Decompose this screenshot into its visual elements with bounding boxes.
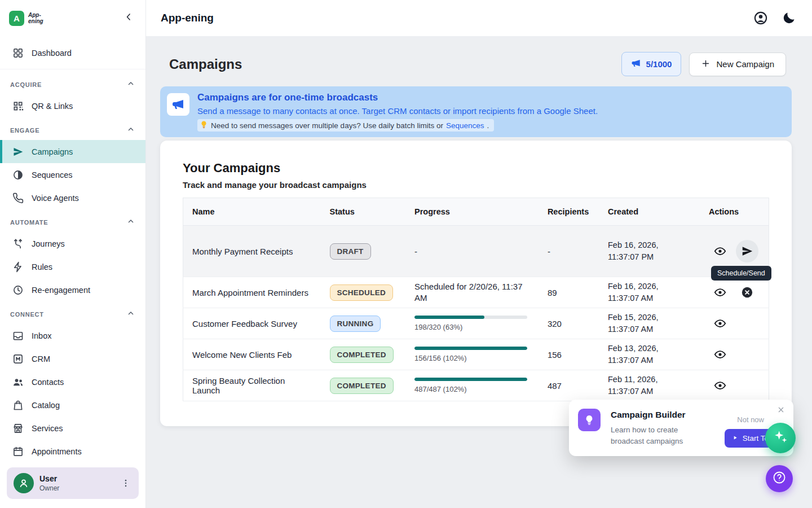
campaigns-table: Name Status Progress Recipients Created … [183,198,769,401]
sidebar-header: A App-ening [0,0,145,36]
play-icon [732,434,738,443]
column-header-actions: Actions [700,198,769,226]
created-date: Feb 15, 2026, [608,312,691,323]
user-name: User [39,474,114,483]
megaphone-icon [631,58,641,70]
chevron-up-icon [126,309,135,320]
column-header-status: Status [321,198,405,226]
created-date: Feb 11, 2026, [608,374,691,386]
sidebar-nav: Dashboard ACQUIRE QR & Links ENGAGE Camp… [0,36,145,462]
sidebar-item-appointments[interactable]: Appointments [0,440,145,462]
sidebar-item-label: Voice Agents [32,194,79,203]
column-header-created: Created [599,198,700,226]
sidebar-item-label: Contacts [32,378,64,387]
created-date: Feb 16, 2026, [608,281,691,292]
clock-icon [12,284,24,296]
recipients-cell: 487 [539,370,599,401]
sidebar-item-voice-agents[interactable]: Voice Agents [0,186,145,209]
help-fab[interactable] [766,465,793,492]
sidebar-item-rules[interactable]: Rules [0,255,145,278]
lightning-icon [12,261,24,273]
people-icon [12,376,24,388]
user-menu-button[interactable] [120,478,132,488]
close-icon[interactable] [776,405,787,415]
sidebar-item-contacts[interactable]: Contacts [0,370,145,393]
table-row[interactable]: Monthly Payment Receipts DRAFT - - Feb 1… [183,226,769,277]
avatar [14,473,34,493]
sidebar-collapse-button[interactable] [121,10,136,26]
shopping-bag-icon [12,400,24,411]
dark-mode-moon-icon[interactable] [782,11,796,25]
sidebar-item-label: Appointments [32,447,82,456]
recipients-cell: 320 [539,308,599,339]
progress-bar [414,316,527,319]
created-time: 11:37:07 AM [608,292,691,304]
view-campaign-button[interactable] [709,281,731,304]
status-badge: COMPLETED [330,378,394,394]
sidebar-section-acquire[interactable]: ACQUIRE [0,72,145,94]
campaign-name: Welcome New Clients Feb [183,339,321,370]
table-row[interactable]: Welcome New Clients Feb COMPLETED 156/15… [183,339,769,370]
new-campaign-label: New Campaign [716,59,774,69]
cancel-campaign-button[interactable] [736,281,758,304]
sidebar-item-crm[interactable]: CRM [0,347,145,370]
user-card[interactable]: User Owner [7,467,139,499]
view-campaign-button[interactable] [709,240,731,262]
progress-text: 198/320 (63%) [414,323,529,331]
sidebar-item-re-engagement[interactable]: Re-engagement [0,278,145,301]
sidebar-item-catalog[interactable]: Catalog [0,393,145,417]
sidebar-item-label: Rules [32,262,52,271]
question-mark-icon [772,470,787,487]
new-campaign-button[interactable]: New Campaign [689,52,786,76]
column-header-progress: Progress [405,198,539,226]
section-label: CONNECT [10,311,44,318]
sidebar-section-automate[interactable]: AUTOMATE [0,209,145,232]
sidebar-item-inbox[interactable]: Inbox [0,324,145,347]
campaign-quota-badge[interactable]: 5/1000 [621,52,682,76]
app-window: A App-ening Dashboard ACQUIRE QR & Links [0,0,812,508]
sidebar-section-engage[interactable]: ENGAGE [0,117,145,140]
table-row[interactable]: March Appointment Reminders SCHEDULED Sc… [183,277,769,308]
branch-icon [12,238,24,249]
topbar: App-ening [146,0,812,36]
sequences-link[interactable]: Sequences [446,121,484,130]
view-campaign-button[interactable] [709,312,731,335]
sidebar-item-label: CRM [32,354,50,364]
table-row[interactable]: Spring Beauty Collection Launch COMPLETE… [183,370,769,401]
sidebar-item-label: Re-engagement [32,286,90,295]
column-header-name: Name [183,198,321,226]
sidebar-item-services[interactable]: Services [0,417,145,440]
account-icon[interactable] [753,11,768,25]
schedule-send-button[interactable] [736,240,758,262]
sidebar-item-dashboard[interactable]: Dashboard [0,41,145,64]
created-time: 11:37:07 PM [608,251,691,263]
table-row[interactable]: Customer Feedback Survey RUNNING 198/320… [183,308,769,339]
progress-text: 487/487 (102%) [414,385,529,393]
ai-assistant-fab[interactable] [765,423,796,453]
info-banner: Campaigns are for one-time broadcasts Se… [160,86,792,137]
section-label: ACQUIRE [10,81,42,88]
sidebar-section-connect[interactable]: CONNECT [0,301,145,324]
sidebar-item-qr-links[interactable]: QR & Links [0,94,145,117]
sidebar-item-campaigns[interactable]: Campaigns [0,140,145,163]
not-now-button[interactable]: Not now [737,415,764,424]
view-campaign-button[interactable] [709,374,731,397]
inbox-icon [12,330,24,341]
view-campaign-button[interactable] [709,343,731,366]
card-title: Your Campaigns [183,161,769,176]
status-badge: DRAFT [330,243,371,260]
sidebar-item-label: Campaigns [32,147,73,156]
column-header-recipients: Recipients [539,198,599,226]
app-title: App-ening [161,12,214,24]
chevron-up-icon [126,79,135,90]
created-date: Feb 16, 2026, [608,239,691,251]
status-badge: RUNNING [330,316,381,332]
scheduled-for-text: Scheduled for 2/20/26, 11:37 AM [414,281,529,304]
sidebar-item-sequences[interactable]: Sequences [0,163,145,186]
progress-cell: 198/320 (63%) [405,308,539,339]
progress-text: 156/156 (102%) [414,354,529,362]
section-label: ENGAGE [10,127,39,134]
sparkles-icon [773,429,788,447]
sidebar-item-journeys[interactable]: Journeys [0,232,145,255]
logo-text: App-ening [28,12,51,24]
